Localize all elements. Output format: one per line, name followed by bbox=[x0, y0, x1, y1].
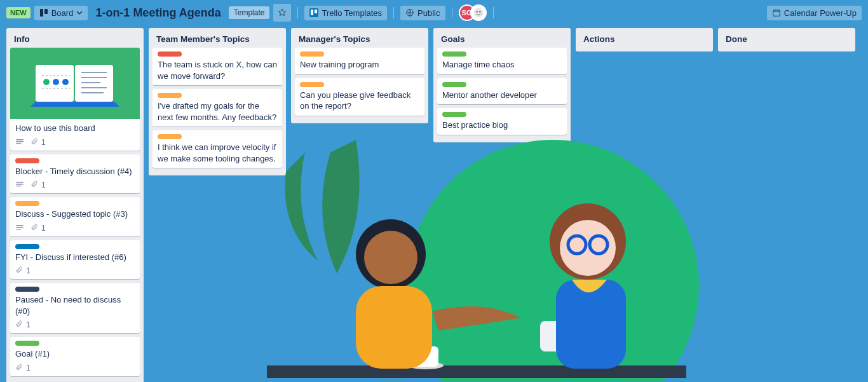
description-badge bbox=[15, 181, 24, 189]
card[interactable]: FYI - Discuss if interested (#6) 1 bbox=[10, 240, 140, 280]
card-label bbox=[15, 244, 39, 249]
card-title: I've drafted my goals for the next few m… bbox=[158, 100, 277, 123]
list-header[interactable]: Team Member's Topics bbox=[153, 32, 282, 48]
calendar-powerup-label: Calendar Power-Up bbox=[784, 8, 857, 18]
card-label bbox=[442, 82, 466, 87]
card-title: Manage time chaos bbox=[442, 59, 562, 71]
svg-point-21 bbox=[479, 11, 480, 12]
attachment-icon bbox=[31, 138, 39, 147]
calendar-icon bbox=[772, 8, 781, 17]
attachment-badge: 1 bbox=[31, 138, 46, 147]
card-title: Discuss - Suggested topic (#3) bbox=[15, 208, 135, 220]
card-label bbox=[300, 51, 324, 57]
svg-point-20 bbox=[476, 11, 477, 12]
card-label bbox=[15, 158, 39, 163]
list-header[interactable]: Actions bbox=[580, 32, 709, 48]
list: Done bbox=[718, 28, 855, 51]
board-view-label: Board bbox=[51, 8, 74, 18]
card-title: Can you please give feedback on the repo… bbox=[300, 90, 419, 112]
board-icon bbox=[39, 8, 48, 17]
attachment-badge: 1 bbox=[31, 224, 46, 233]
divider bbox=[452, 7, 452, 18]
card-label bbox=[15, 341, 39, 346]
card-title: Blocker - Timely discussion (#4) bbox=[15, 166, 135, 177]
card[interactable]: How to use this board 1 bbox=[10, 48, 140, 151]
attachment-badge: 1 bbox=[31, 181, 46, 189]
card[interactable]: Manage time chaos bbox=[437, 48, 567, 74]
calendar-powerup-button[interactable]: Calendar Power-Up bbox=[767, 6, 862, 20]
attachment-icon bbox=[15, 364, 24, 372]
board-canvas: InfoHow to use this board 1Blocker - Tim… bbox=[0, 25, 868, 382]
card-title: Best practice blog bbox=[442, 119, 562, 131]
card-label bbox=[158, 134, 182, 139]
attachment-icon bbox=[15, 320, 24, 329]
attachment-badge: 1 bbox=[15, 266, 31, 275]
visibility-button[interactable]: Public bbox=[400, 6, 445, 20]
card-badges: 1 bbox=[15, 364, 135, 372]
card-label bbox=[300, 82, 324, 87]
attachment-icon bbox=[15, 266, 24, 275]
card-badges: 1 bbox=[15, 138, 135, 147]
attachment-icon bbox=[31, 181, 39, 189]
divider bbox=[297, 7, 298, 18]
card-title: FYI - Discuss if interested (#6) bbox=[15, 252, 135, 263]
list-header[interactable]: Info bbox=[10, 32, 140, 48]
card[interactable]: Best practice blog bbox=[437, 108, 567, 135]
card-title: The team is stuck on X, how can we move … bbox=[158, 59, 277, 81]
description-icon bbox=[15, 181, 24, 189]
taco-icon bbox=[473, 7, 484, 18]
card[interactable]: Goal (#1) 1 bbox=[10, 337, 140, 376]
member-avatar[interactable] bbox=[470, 4, 487, 21]
svg-rect-17 bbox=[315, 10, 317, 13]
board-header: NEW Board 1-on-1 Meeting Agenda Template… bbox=[0, 0, 868, 25]
card[interactable]: Mentor another developer bbox=[437, 78, 567, 105]
list-header[interactable]: Manager's Topics bbox=[295, 32, 424, 48]
list: Manager's TopicsNew training programCan … bbox=[291, 28, 428, 123]
card[interactable]: Paused - No need to discuss (#0) 1 bbox=[10, 283, 140, 333]
card-label bbox=[15, 201, 39, 206]
card[interactable]: New training program bbox=[295, 48, 424, 74]
chevron-down-icon bbox=[76, 10, 83, 16]
board-title[interactable]: 1-on-1 Meeting Agenda bbox=[95, 6, 220, 20]
list: Actions bbox=[576, 28, 713, 51]
divider bbox=[393, 7, 394, 18]
card[interactable]: Can you please give feedback on the repo… bbox=[295, 78, 424, 116]
description-badge bbox=[15, 138, 24, 147]
trello-templates-link[interactable]: Trello Templates bbox=[304, 6, 387, 20]
card[interactable]: I've drafted my goals for the next few m… bbox=[153, 89, 282, 126]
card-title: Goal (#1) bbox=[15, 348, 135, 360]
svg-point-19 bbox=[473, 8, 483, 18]
description-icon bbox=[15, 138, 24, 147]
description-icon bbox=[15, 224, 24, 233]
card[interactable]: I think we can improve velocity if we ma… bbox=[153, 130, 282, 168]
card[interactable]: Blocker - Timely discussion (#4) 1 bbox=[10, 154, 140, 194]
trello-templates-label: Trello Templates bbox=[322, 8, 382, 18]
template-badge[interactable]: Template bbox=[229, 6, 270, 19]
visibility-label: Public bbox=[417, 8, 440, 18]
card[interactable]: The team is stuck on X, how can we move … bbox=[153, 48, 282, 85]
star-button[interactable] bbox=[273, 4, 291, 22]
card-label bbox=[158, 93, 182, 98]
card-title: New training program bbox=[300, 59, 419, 71]
globe-icon bbox=[405, 8, 414, 17]
list: GoalsManage time chaosMentor another dev… bbox=[433, 28, 571, 142]
attachment-icon bbox=[31, 224, 39, 233]
list-header[interactable]: Done bbox=[722, 32, 851, 48]
card-cover bbox=[10, 48, 140, 119]
new-badge: NEW bbox=[6, 7, 31, 18]
card-title: Paused - No need to discuss (#0) bbox=[15, 294, 135, 317]
svg-point-25 bbox=[43, 79, 50, 85]
card-label bbox=[158, 51, 182, 57]
list: Team Member's TopicsThe team is stuck on… bbox=[149, 28, 286, 175]
attachment-badge: 1 bbox=[15, 364, 31, 372]
trello-icon bbox=[309, 8, 318, 17]
svg-rect-22 bbox=[773, 10, 780, 16]
description-badge bbox=[15, 224, 24, 233]
card-label bbox=[442, 112, 466, 117]
card[interactable]: Discuss - Suggested topic (#3) 1 bbox=[10, 197, 140, 236]
svg-rect-14 bbox=[44, 9, 48, 14]
list-header[interactable]: Goals bbox=[437, 32, 567, 48]
attachment-badge: 1 bbox=[15, 320, 31, 329]
divider bbox=[493, 7, 494, 18]
board-view-switcher[interactable]: Board bbox=[34, 6, 88, 20]
